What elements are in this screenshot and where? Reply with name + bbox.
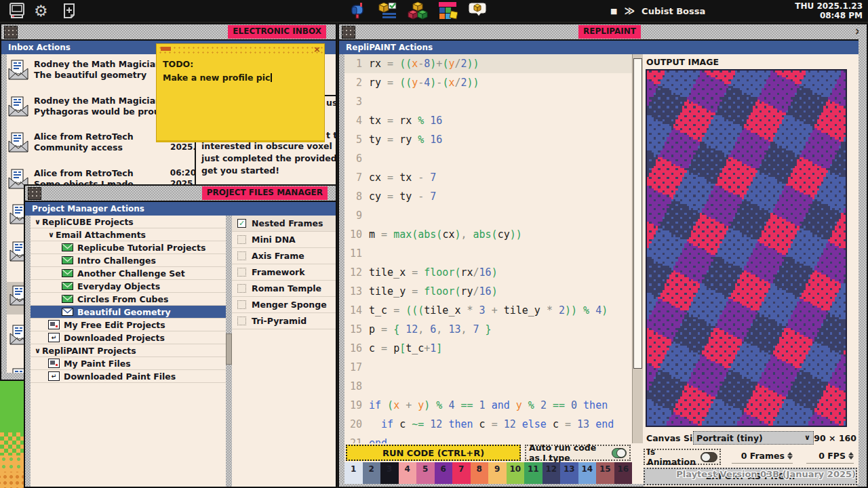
code-line[interactable]: 1rx = ((x-8)+(y/2)) — [344, 54, 632, 73]
code-scrollbar-thumb[interactable] — [633, 58, 642, 369]
project-titlebar[interactable]: PROJECT FILES MANAGER — [25, 186, 336, 202]
checkbox[interactable]: ✓ — [237, 219, 246, 228]
skip-icon[interactable]: ≫ — [624, 5, 635, 17]
checkbox[interactable] — [237, 317, 246, 325]
code-line[interactable]: 5ty = ry % 16 — [344, 130, 632, 149]
code-scrollbar[interactable] — [632, 54, 643, 443]
auto-run-box[interactable]: Auto run code as I type — [525, 445, 631, 461]
tree-item[interactable]: ∨Email Attachments — [31, 228, 226, 241]
palette-swatch[interactable]: 5 — [416, 462, 435, 484]
tree-item[interactable]: My Paint Files — [31, 357, 226, 370]
palette-swatch[interactable]: 15 — [596, 462, 614, 484]
palette-swatch[interactable]: 13 — [560, 462, 578, 484]
inbox-titlebar[interactable]: ELECTRONIC INBOX — [1, 24, 336, 41]
frames-spinner[interactable] — [787, 452, 793, 460]
tree-item[interactable]: Another Challenge Set — [31, 267, 226, 280]
code-line[interactable]: 13tile_y = floor(ry/16) — [344, 282, 632, 301]
stop-icon[interactable]: ■ — [610, 7, 617, 16]
is-animation-toggle[interactable] — [701, 452, 717, 462]
new-file-icon[interactable] — [62, 3, 77, 19]
file-item[interactable]: Tri-Pyramid — [232, 313, 336, 329]
chevron-down-icon[interactable]: ∨ — [48, 230, 54, 239]
palette-swatch[interactable]: 7 — [452, 462, 471, 484]
auto-run-toggle[interactable] — [612, 448, 627, 458]
palette-swatch[interactable]: 3 — [380, 462, 399, 484]
tree-item[interactable]: Intro Challenges — [31, 254, 226, 267]
code-line[interactable]: 3 — [344, 92, 632, 111]
code-line[interactable]: 17 — [344, 358, 632, 377]
chevron-up-icon[interactable] — [848, 452, 854, 455]
replipaint-titlebar[interactable]: REPLIPAINT × — [339, 24, 867, 41]
code-line[interactable]: 10m = max(abs(cx), abs(cy)) — [344, 225, 632, 244]
palette-swatch[interactable]: 10 — [507, 462, 525, 484]
code-line[interactable]: 2ry = ((y-4)-(x/2)) — [344, 73, 632, 92]
code-line[interactable]: 11 — [344, 244, 632, 263]
fps-spinner[interactable] — [848, 452, 854, 460]
tree-item[interactable]: ∨RepliCUBE Projects — [31, 216, 226, 228]
file-item[interactable]: Roman Temple — [232, 281, 336, 297]
code-line[interactable]: 19if (x + y) % 4 == 1 and y % 2 == 0 the… — [344, 396, 632, 415]
palette-swatch[interactable]: 14 — [578, 462, 597, 484]
mailbox-app-icon[interactable] — [348, 1, 367, 20]
palette-swatch[interactable]: 16 — [614, 462, 633, 484]
chat-app-icon[interactable] — [467, 1, 488, 20]
window-menu-icon[interactable] — [4, 26, 18, 39]
settings-gear-icon[interactable]: ⚙ — [34, 2, 48, 20]
chevron-down-icon[interactable] — [848, 456, 854, 460]
code-line[interactable]: 21end — [344, 434, 632, 443]
frames-field[interactable]: 0 Frames — [732, 451, 793, 464]
code-line[interactable]: 12tile_x = floor(rx/16) — [344, 263, 632, 282]
code-line[interactable]: 7cx = tx - 7 — [344, 168, 632, 187]
palette-swatch[interactable]: 12 — [542, 462, 561, 484]
minimize-icon[interactable] — [161, 47, 171, 51]
checkbox[interactable] — [237, 251, 246, 260]
chevron-down-icon[interactable]: ∨ — [35, 346, 41, 355]
checkbox[interactable] — [237, 235, 246, 244]
checkbox[interactable] — [237, 284, 246, 293]
code-editor[interactable]: 1rx = ((x-8)+(y/2))2ry = ((y-4)-(x/2))34… — [344, 54, 632, 443]
palette-swatch[interactable]: 1 — [344, 462, 363, 484]
window-menu-icon[interactable] — [28, 187, 41, 200]
fps-field[interactable]: 0 FPS — [806, 451, 854, 464]
window-menu-icon[interactable] — [342, 26, 355, 39]
code-line[interactable]: 14t_c = (((tile_x * 3 + tile_y * 2)) % 4… — [344, 301, 632, 320]
file-item[interactable]: Axis Frame — [232, 248, 336, 264]
code-line[interactable]: 16c = p[t_c+1] — [344, 339, 632, 358]
file-item[interactable]: Framework — [232, 264, 336, 281]
code-line[interactable]: 6 — [344, 149, 632, 168]
tree-item[interactable]: Circles From Cubes — [31, 293, 226, 306]
palette-swatch[interactable]: 11 — [524, 462, 542, 484]
checkbox[interactable] — [237, 300, 246, 309]
file-item[interactable]: Mini DNA — [232, 232, 336, 248]
run-code-button[interactable]: RUN CODE (CTRL+R) — [346, 445, 521, 461]
file-item[interactable]: ✓Nested Frames — [232, 216, 336, 232]
tasks-app-icon[interactable] — [378, 1, 398, 20]
code-line[interactable]: 15p = { 12, 6, 13, 7 } — [344, 320, 632, 339]
code-line[interactable]: 8cy = ty - 7 — [344, 187, 632, 206]
pixelart-app-icon[interactable] — [437, 1, 458, 20]
canvas-size-dropdown[interactable]: Portrait (tiny) ∨ — [693, 431, 814, 445]
sticky-note[interactable]: × TODO: Make a new profile pic — [156, 43, 325, 142]
tree-item[interactable]: Replicube Tutorial Projects — [31, 241, 226, 254]
palette-swatch[interactable]: 4 — [399, 462, 417, 484]
replipaint-menubar[interactable]: RepliPAINT Actions — [339, 41, 867, 54]
file-item[interactable]: Menger Sponge — [232, 297, 336, 313]
tree-item[interactable]: ∨RepliPAINT Projects — [31, 344, 226, 357]
note-body[interactable]: Make a new profile pic — [163, 73, 272, 83]
chevron-up-icon[interactable] — [787, 452, 793, 455]
sticky-note-header[interactable] — [157, 44, 324, 54]
tree-item[interactable]: ↵Downloaded Projects — [31, 331, 226, 344]
tree-item[interactable]: Beautiful Geometry — [31, 306, 226, 319]
palette-swatch[interactable]: 8 — [471, 462, 489, 484]
is-animation-box[interactable]: Is Animation — [644, 449, 721, 465]
close-icon[interactable]: × — [313, 44, 321, 54]
palette-swatch[interactable]: 9 — [488, 462, 507, 484]
computer-icon[interactable] — [8, 3, 26, 19]
code-line[interactable]: 4tx = rx % 16 — [344, 111, 632, 130]
code-line[interactable]: 18 — [344, 377, 632, 396]
project-menubar[interactable]: Project Manager Actions — [25, 202, 336, 216]
cubes-app-icon[interactable] — [408, 1, 428, 20]
code-line[interactable]: 9 — [344, 206, 632, 225]
checkbox[interactable] — [237, 268, 246, 277]
tree-item[interactable]: My Free Edit Projects — [31, 319, 226, 331]
